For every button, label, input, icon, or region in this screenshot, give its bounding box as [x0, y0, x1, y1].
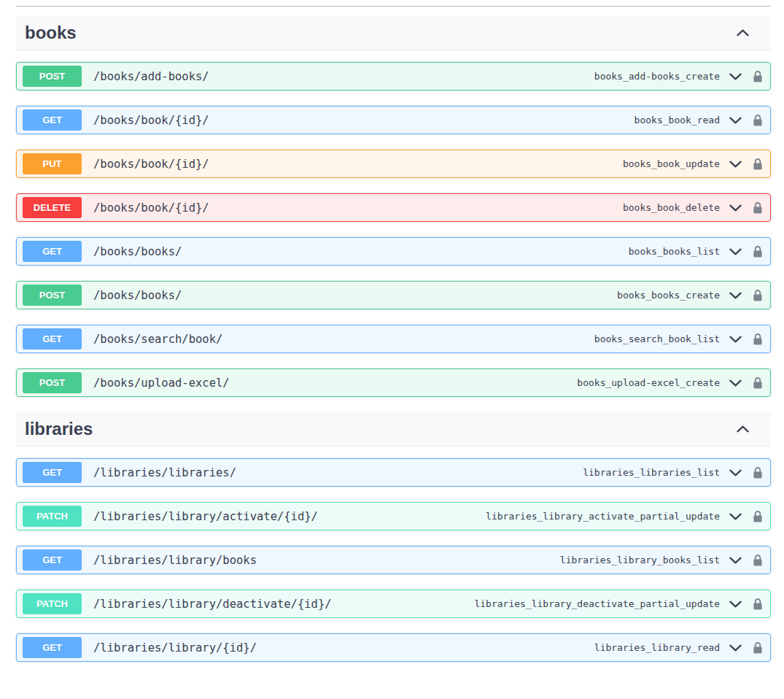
- lock-icon[interactable]: [753, 598, 763, 611]
- previous-section-divider: [16, 6, 771, 7]
- method-badge: POST: [23, 372, 82, 393]
- lock-icon[interactable]: [753, 641, 763, 654]
- operation-id: libraries_library_activate_partial_updat…: [486, 511, 720, 522]
- chevron-down-icon[interactable]: [729, 336, 742, 343]
- api-sections: booksPOST/books/add-books/books_add-book…: [16, 16, 771, 662]
- lock-icon[interactable]: [753, 510, 763, 523]
- chevron-down-icon[interactable]: [729, 557, 742, 564]
- operation-id: libraries_library_books_list: [560, 555, 720, 565]
- endpoint-path: /books/search/book/: [93, 333, 222, 346]
- operation-id: books_books_create: [617, 290, 720, 301]
- chevron-down-icon[interactable]: [729, 469, 742, 476]
- method-badge: GET: [23, 462, 82, 483]
- method-badge: POST: [23, 285, 82, 306]
- chevron-down-icon[interactable]: [729, 248, 742, 255]
- endpoint-row[interactable]: POST/books/add-books/books_add-books_cre…: [16, 62, 771, 90]
- endpoint-row[interactable]: POST/books/books/books_books_create: [16, 281, 771, 309]
- lock-icon[interactable]: [753, 376, 763, 390]
- endpoint-row[interactable]: GET/libraries/library/bookslibraries_lib…: [16, 546, 771, 574]
- operation-id: books_book_update: [623, 158, 720, 169]
- endpoint-path: /libraries/libraries/: [93, 466, 236, 479]
- chevron-down-icon[interactable]: [729, 600, 742, 608]
- chevron-down-icon[interactable]: [729, 292, 742, 299]
- lock-icon[interactable]: [753, 466, 763, 479]
- endpoint-row[interactable]: PATCH/libraries/library/activate/{id}/li…: [16, 502, 771, 530]
- endpoint-row[interactable]: GET/books/search/book/books_search_book_…: [16, 325, 771, 353]
- method-badge: PATCH: [23, 506, 82, 527]
- endpoint-path: /libraries/library/activate/{id}/: [93, 510, 318, 523]
- tag-title: libraries: [25, 419, 93, 439]
- tag-title: books: [25, 23, 77, 43]
- lock-icon[interactable]: [753, 201, 763, 215]
- lock-icon[interactable]: [753, 289, 763, 302]
- operation-id: books_upload-excel_create: [577, 377, 720, 388]
- chevron-down-icon[interactable]: [729, 73, 742, 80]
- endpoint-row[interactable]: POST/books/upload-excel/books_upload-exc…: [16, 368, 771, 397]
- tag-section-header[interactable]: books: [16, 16, 771, 50]
- method-badge: GET: [23, 549, 82, 571]
- lock-icon[interactable]: [753, 70, 763, 83]
- chevron-down-icon[interactable]: [729, 644, 742, 652]
- method-badge: POST: [23, 66, 82, 87]
- method-badge: GET: [23, 328, 82, 350]
- method-badge: GET: [23, 637, 82, 658]
- endpoint-path: /books/book/{id}/: [93, 114, 209, 127]
- endpoint-path: /books/book/{id}/: [93, 158, 209, 171]
- chevron-down-icon[interactable]: [729, 379, 742, 387]
- operation-id: books_book_delete: [623, 202, 720, 213]
- lock-icon[interactable]: [753, 114, 763, 127]
- operation-id: books_add-books_create: [594, 71, 720, 82]
- endpoint-row[interactable]: PATCH/libraries/library/deactivate/{id}/…: [16, 590, 771, 618]
- endpoint-row[interactable]: GET/libraries/libraries/libraries_librar…: [16, 458, 771, 487]
- endpoint-row[interactable]: PUT/books/book/{id}/books_book_update: [16, 150, 771, 178]
- method-badge: GET: [23, 241, 82, 262]
- endpoint-row[interactable]: GET/books/book/{id}/books_book_read: [16, 106, 771, 134]
- chevron-down-icon[interactable]: [729, 161, 742, 168]
- lock-icon[interactable]: [753, 245, 763, 258]
- endpoint-row[interactable]: GET/libraries/library/{id}/libraries_lib…: [16, 633, 771, 662]
- method-badge: PUT: [23, 153, 82, 174]
- operation-id: books_search_book_list: [594, 333, 720, 344]
- endpoint-row[interactable]: GET/books/books/books_books_list: [16, 237, 771, 266]
- operation-id: libraries_library_deactivate_partial_upd…: [474, 598, 720, 609]
- chevron-up-icon[interactable]: [737, 29, 749, 36]
- chevron-down-icon[interactable]: [729, 204, 742, 212]
- endpoint-row[interactable]: DELETE/books/book/{id}/books_book_delete: [16, 193, 771, 222]
- lock-icon[interactable]: [753, 158, 763, 171]
- operation-id: books_book_read: [634, 115, 720, 125]
- operation-id: libraries_library_read: [594, 642, 720, 653]
- tag-section-header[interactable]: libraries: [16, 412, 771, 447]
- endpoint-path: /libraries/library/deactivate/{id}/: [93, 598, 332, 611]
- endpoint-path: /books/add-books/: [93, 70, 209, 83]
- method-badge: DELETE: [23, 197, 82, 218]
- endpoint-path: /libraries/library/{id}/: [93, 641, 257, 654]
- endpoint-path: /books/upload-excel/: [93, 376, 230, 390]
- chevron-up-icon[interactable]: [737, 425, 749, 433]
- api-operations-panel: booksPOST/books/add-books/books_add-book…: [0, 0, 784, 662]
- lock-icon[interactable]: [753, 333, 763, 346]
- operation-id: books_books_list: [629, 246, 720, 257]
- operation-id: libraries_libraries_list: [583, 467, 720, 478]
- method-badge: GET: [23, 109, 82, 131]
- chevron-down-icon[interactable]: [729, 117, 742, 124]
- endpoint-path: /books/books/: [93, 245, 182, 258]
- lock-icon[interactable]: [753, 554, 763, 567]
- chevron-down-icon[interactable]: [729, 513, 742, 520]
- method-badge: PATCH: [23, 593, 82, 614]
- endpoint-path: /books/books/: [93, 289, 182, 302]
- endpoint-path: /books/book/{id}/: [93, 201, 209, 215]
- endpoint-path: /libraries/library/books: [93, 554, 257, 567]
